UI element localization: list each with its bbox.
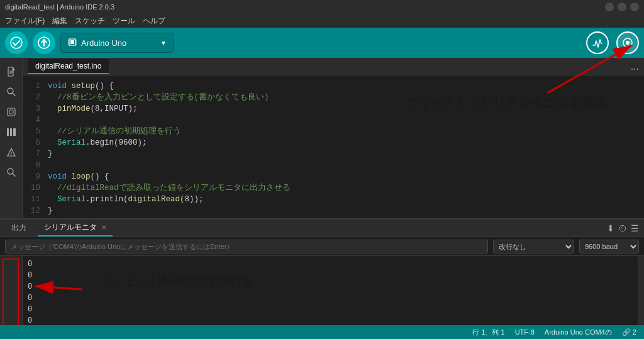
serial-output-line: 0: [28, 270, 633, 281]
serial-output-line: 0: [28, 281, 633, 292]
svg-point-26: [11, 154, 12, 155]
code-line-9: 9 void loop() {: [23, 171, 644, 182]
oscilloscope-icon: [592, 37, 603, 48]
bottom-panel: 出力 シリアルモニタ ✕ ⬇ ⏲ ☰ 改行なし 改行 キャリッジリターン 両方 …: [0, 218, 644, 325]
code-line-3: 3 pinMode(8,INPUT);: [23, 103, 644, 114]
sidebar-item-board[interactable]: [3, 103, 20, 121]
board-selector[interactable]: Arduino Uno ▼: [60, 33, 174, 53]
svg-rect-23: [13, 128, 16, 136]
menu-help[interactable]: ヘルプ: [143, 16, 165, 26]
toolbar: Arduino Uno ▼: [0, 28, 644, 58]
sidebar-item-files[interactable]: [3, 63, 20, 81]
svg-point-0: [11, 37, 22, 48]
code-line-11: 11 Serial.println(digitalRead(8));: [23, 194, 644, 205]
code-line-12: 12 }: [23, 205, 644, 216]
serial-output-line: 0: [28, 315, 633, 325]
statusbar: 行 1、列 1 UTF-8 Arduino Uno COM4の 🔗 2: [0, 325, 644, 339]
code-line-7: 7 }: [23, 148, 644, 160]
window-title: digitalRead_test | Arduino IDE 2.0.3: [5, 3, 114, 11]
serial-input-field[interactable]: [5, 240, 488, 253]
file-tab-active[interactable]: digitalRead_test.ino: [28, 59, 109, 74]
window-controls: ─ □ ✕: [605, 3, 639, 11]
serial-output-content[interactable]: 0 0 0 0 0 0 0: [23, 256, 638, 325]
upload-icon: [38, 36, 50, 49]
tab-close-icon[interactable]: ✕: [101, 224, 106, 231]
status-encoding: UTF-8: [515, 328, 535, 336]
sidebar: [0, 58, 23, 218]
sidebar-item-search2[interactable]: [3, 164, 20, 181]
code-line-10: 10 //digitalReadで読み取った値をシリアルモニタに出力させる: [23, 182, 644, 194]
status-connections: 🔗 2: [622, 328, 636, 336]
code-line-1: 1 void setup() {: [23, 81, 644, 92]
menu-file[interactable]: ファイル(F): [5, 16, 45, 26]
code-line-2: 2 //8番ピンを入力ピンとして設定する(書かなくても良い): [23, 92, 644, 103]
verify-icon: [10, 36, 23, 49]
tab-more-button[interactable]: ...: [631, 61, 639, 72]
svg-rect-20: [9, 110, 13, 114]
serial-output-line: 0: [28, 304, 633, 315]
code-line-6: 6 Serial.begin(9600);: [23, 137, 644, 148]
menu-tools[interactable]: ツール: [113, 16, 135, 26]
upload-button[interactable]: [33, 31, 55, 54]
scrollbar[interactable]: [638, 256, 644, 325]
status-board: Arduino Uno COM4の: [545, 328, 612, 337]
svg-line-18: [13, 93, 15, 96]
board-dropdown-arrow: ▼: [160, 40, 167, 47]
close-button[interactable]: ✕: [630, 3, 639, 11]
sidebar-item-library[interactable]: [3, 123, 20, 141]
scroll-down-icon[interactable]: ⬇: [607, 223, 614, 233]
tab-output[interactable]: 出力: [5, 220, 33, 236]
svg-rect-4: [70, 40, 74, 44]
menu-sketch[interactable]: スケッチ: [75, 16, 105, 26]
sidebar-item-debug[interactable]: [3, 143, 20, 161]
menu-edit[interactable]: 編集: [52, 16, 67, 26]
serial-output-line: 0: [28, 292, 633, 304]
board-name-label: Arduino Uno: [81, 38, 126, 48]
svg-rect-13: [8, 67, 13, 76]
code-line-8: 8: [23, 160, 644, 171]
serial-monitor-button[interactable]: [616, 31, 639, 54]
code-editor[interactable]: 1 void setup() { 2 //8番ピンを入力ピンとして設定する(書か…: [23, 75, 644, 218]
minimize-button[interactable]: ─: [605, 3, 614, 11]
sidebar-item-search[interactable]: [3, 83, 20, 101]
svg-line-28: [13, 174, 15, 176]
bottom-panel-controls: ⬇ ⏲ ☰: [607, 223, 639, 233]
serial-input-bar: 改行なし 改行 キャリッジリターン 両方 9600 baud 115200 ba…: [0, 237, 644, 256]
code-line-5: 5 //シリアル通信の初期処理を行う: [23, 126, 644, 137]
status-line-col: 行 1、列 1: [472, 328, 504, 337]
titlebar: digitalRead_test | Arduino IDE 2.0.3 ─ □…: [0, 0, 644, 14]
svg-point-12: [626, 41, 630, 45]
tab-serial-monitor[interactable]: シリアルモニタ ✕: [38, 220, 113, 236]
serial-output-margin: [3, 258, 19, 325]
clear-icon[interactable]: ☰: [631, 223, 639, 233]
oscilloscope-button[interactable]: [586, 31, 609, 54]
svg-rect-21: [7, 128, 9, 136]
menubar: ファイル(F) 編集 スケッチ ツール ヘルプ: [0, 14, 644, 28]
baud-rate-select[interactable]: 9600 baud 115200 baud: [579, 240, 639, 253]
main-layout: digitalRead_test.ino ... 1 void setup() …: [0, 58, 644, 218]
verify-button[interactable]: [5, 31, 28, 54]
tab-bar: digitalRead_test.ino ...: [23, 58, 644, 75]
board-chip-icon: [67, 37, 77, 49]
line-ending-select[interactable]: 改行なし 改行 キャリッジリターン 両方: [493, 240, 574, 253]
bottom-tab-bar: 出力 シリアルモニタ ✕ ⬇ ⏲ ☰: [0, 220, 644, 237]
svg-rect-22: [10, 128, 12, 136]
code-line-4: 4: [23, 114, 644, 126]
serial-monitor-icon: [622, 37, 633, 48]
maximize-button[interactable]: □: [618, 3, 626, 11]
serial-output-line: 0: [28, 258, 633, 270]
auto-scroll-icon[interactable]: ⏲: [618, 223, 627, 233]
serial-output: 0 0 0 0 0 0 0: [0, 256, 644, 325]
editor-area: digitalRead_test.ino ... 1 void setup() …: [23, 58, 644, 218]
svg-rect-19: [8, 108, 15, 116]
